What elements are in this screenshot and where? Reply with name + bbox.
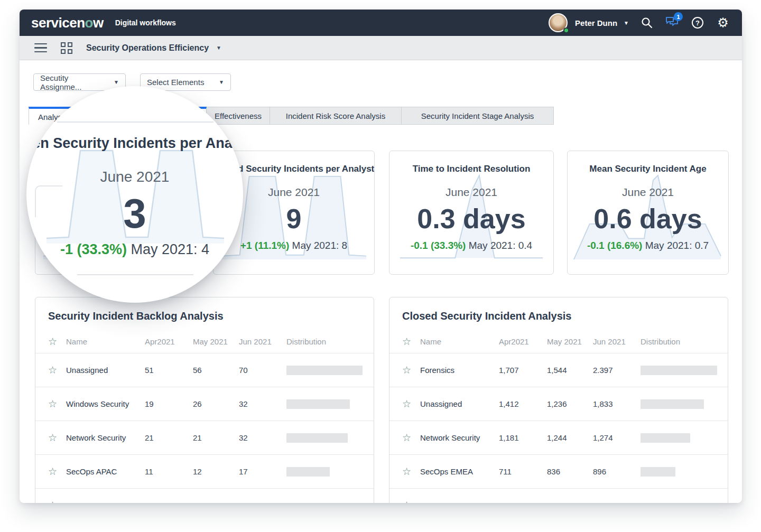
user-name[interactable]: Peter Dunn — [575, 18, 617, 27]
help-icon[interactable]: ? — [690, 15, 705, 30]
kpi-period: June 2021 — [268, 186, 320, 199]
star-icon[interactable]: ☆ — [402, 337, 420, 347]
distribution-bar — [641, 433, 690, 443]
magnified-card-bottom-edge — [77, 274, 193, 275]
chevron-down-icon[interactable]: ▼ — [624, 20, 629, 26]
magnified-kpi-period: June 2021 — [26, 169, 243, 185]
tab-effectiveness[interactable]: Effectiveness — [207, 107, 270, 125]
backlog-analysis-table: Security Incident Backlog Analysis ☆ Nam… — [35, 297, 374, 503]
table-row[interactable]: ☆ Unassigned1,412 1,2361,833 — [389, 387, 728, 421]
table-row[interactable]: ☆ Forensics1,707 1,5442.397 — [389, 353, 728, 387]
table-row[interactable]: ☆ Network Security1,181 1,2441,274 — [389, 421, 728, 454]
star-icon[interactable]: ☆ — [402, 399, 420, 409]
kpi-value: 0.6 days — [593, 203, 702, 235]
star-icon[interactable]: ☆ — [48, 500, 66, 503]
product-subtitle: Digital workflows — [115, 18, 176, 27]
presence-status-dot — [563, 27, 569, 33]
table-header-row: ☆ NameApr2021 May 2021Jun 2021 Distribut… — [35, 330, 374, 353]
table-row-partial[interactable]: ☆ — [35, 488, 374, 503]
table-row[interactable]: ☆ Unassigned51 5670 — [35, 353, 374, 387]
star-icon[interactable]: ☆ — [48, 466, 66, 477]
star-icon[interactable]: ☆ — [402, 500, 420, 503]
table-row[interactable]: ☆ Network Security21 2132 — [35, 421, 374, 454]
gear-icon[interactable]: ⚙ — [716, 15, 730, 30]
kpi-delta-line: -0.1 (33.3%) May 2021: 0.4 — [411, 240, 532, 251]
apps-grid-icon[interactable] — [61, 42, 72, 54]
distribution-bar — [641, 366, 717, 375]
kpi-card-mean-incident-age[interactable]: Mean Security Incident Age June 2021 0.6… — [567, 151, 729, 275]
distribution-bar — [641, 467, 675, 477]
table-row-partial[interactable]: ☆ — [389, 488, 728, 503]
user-menu[interactable]: Peter Dunn ▼ — [549, 13, 629, 32]
chevron-down-icon: ▼ — [219, 79, 224, 85]
distribution-bar — [286, 366, 363, 375]
tab-security-incident-stage-analysis[interactable]: Security Incident Stage Analysis — [402, 107, 554, 125]
chevron-down-icon: ▼ — [114, 79, 119, 85]
table-title: Closed Security Incident Analysis — [389, 297, 728, 322]
menu-icon[interactable] — [34, 43, 47, 53]
kpi-value: 0.3 days — [417, 203, 525, 235]
magnified-tab-underline — [57, 122, 214, 123]
tab-incident-risk-score-analysis[interactable]: Incident Risk Score Analysis — [270, 107, 402, 125]
logo-o-mark: o — [85, 15, 93, 31]
app-window: servicenow Digital workflows Peter Dunn … — [20, 10, 742, 503]
table-row[interactable]: ☆ SecOps EMEA711 836896 — [389, 454, 728, 488]
table-title: Security Incident Backlog Analysis — [35, 297, 374, 322]
magnified-kpi-delta-line: -1 (33.3%) May 2021: 4 — [26, 241, 243, 258]
dashboard-picker-chevron-icon[interactable]: ▼ — [216, 45, 221, 51]
kpi-delta-line: -0.1 (16.6%) May 2021: 0.7 — [587, 240, 709, 251]
closed-incident-analysis-table: Closed Security Incident Analysis ☆ Name… — [389, 297, 728, 503]
distribution-bar — [286, 399, 350, 409]
kpi-title: Mean Security Incident Age — [589, 164, 706, 174]
kpi-period: June 2021 — [446, 186, 497, 199]
dashboard-title: Security Operations Efficiency — [86, 43, 209, 53]
star-icon[interactable]: ☆ — [48, 365, 66, 375]
distribution-bar — [286, 433, 348, 443]
notification-badge: 1 — [674, 12, 683, 21]
kpi-card-time-to-resolution[interactable]: Time to Incident Resolution June 2021 0.… — [389, 151, 554, 275]
kpi-delta-line: +1 (11.1%) May 2021: 8 — [240, 240, 347, 251]
star-icon[interactable]: ☆ — [48, 433, 66, 443]
distribution-bar — [641, 399, 704, 409]
top-navigation-bar: servicenow Digital workflows Peter Dunn … — [20, 10, 742, 36]
servicenow-logo[interactable]: servicenow — [31, 15, 104, 31]
kpi-title: Time to Incident Resolution — [413, 164, 531, 174]
table-header-row: ☆ NameApr2021 May 2021Jun 2021 Distribut… — [389, 330, 728, 353]
kpi-value: 9 — [286, 203, 302, 235]
kpi-period: June 2021 — [622, 186, 674, 199]
star-icon[interactable]: ☆ — [48, 399, 66, 409]
star-icon[interactable]: ☆ — [402, 365, 420, 375]
chat-icon[interactable]: 1 — [665, 15, 680, 30]
star-icon[interactable]: ☆ — [48, 337, 66, 347]
magnifier-zoom-overlay: Open Security Incidents per Analyst June… — [26, 86, 243, 303]
table-row[interactable]: ☆ Windows Security19 2632 — [35, 387, 374, 421]
table-row[interactable]: ☆ SecOps APAC11 1217 — [35, 454, 374, 488]
dashboard-toolbar: Security Operations Efficiency ▼ — [20, 36, 742, 60]
search-icon[interactable] — [639, 15, 654, 30]
magnified-kpi-value: 3 — [26, 190, 243, 238]
star-icon[interactable]: ☆ — [402, 433, 420, 443]
distribution-bar — [286, 467, 330, 477]
star-icon[interactable]: ☆ — [402, 466, 420, 477]
magnified-kpi-title: Open Security Incidents per Analyst — [26, 135, 243, 152]
